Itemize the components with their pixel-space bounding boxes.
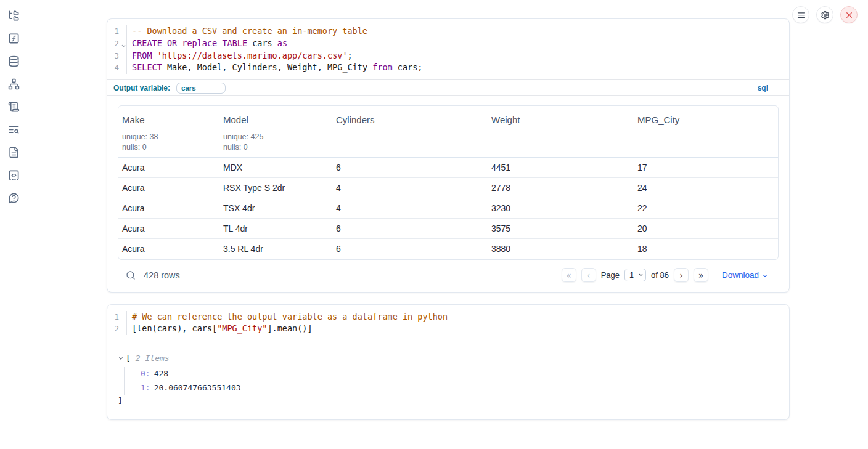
table-cell: 4 (332, 178, 488, 198)
column-stat: unique: 38 (122, 132, 216, 142)
database-icon[interactable] (7, 55, 20, 67)
first-page-button[interactable]: « (562, 268, 576, 282)
settings-button[interactable] (816, 6, 833, 23)
topbar-controls (792, 6, 858, 23)
line-number: 3 (107, 50, 126, 62)
python-cell: 12# We can reference the output variable… (107, 304, 790, 421)
page-select[interactable]: 1 (624, 269, 646, 281)
table-cell: 18 (634, 239, 778, 259)
code-token (162, 38, 167, 48)
table-cell: RSX Type S 2dr (219, 178, 332, 198)
table-cell: 3230 (488, 198, 634, 219)
table-row: AcuraTSX 4dr4323022 (118, 198, 778, 219)
dependency-graph-icon[interactable] (7, 78, 20, 90)
column-name: MPG_City (637, 115, 774, 125)
language-badge: sql (758, 84, 768, 92)
fold-chevron-icon[interactable] (120, 40, 126, 46)
chevron-down-icon (762, 273, 768, 279)
tree-entry-value: 20.060747663551403 (154, 383, 241, 392)
table-cell: Acura (118, 239, 219, 259)
sql-code-editor[interactable]: 1234-- Download a CSV and create an in-m… (107, 19, 789, 79)
table-row: AcuraMDX6445117 (118, 158, 778, 178)
column-stat: nulls: 0 (223, 142, 329, 153)
table-cell: 20 (634, 219, 778, 239)
code-token: [len(cars), cars[ (132, 323, 217, 333)
table-cell: 6 (332, 158, 488, 178)
column-name: Model (223, 115, 329, 125)
table-row: AcuraTL 4dr6357520 (118, 219, 778, 239)
menu-button[interactable] (792, 6, 809, 23)
column-header-make[interactable]: Makeunique: 38nulls: 0 (118, 106, 219, 158)
table-cell: 6 (332, 239, 488, 259)
table-cell: 24 (634, 178, 778, 198)
code-token: from (372, 62, 393, 72)
next-page-button[interactable]: › (674, 268, 689, 282)
tree-entries: 0:4281:20.060747663551403 (124, 367, 779, 395)
function-square-icon[interactable] (7, 32, 20, 44)
code-token: ; (348, 51, 353, 60)
prev-page-button[interactable]: ‹ (581, 268, 596, 282)
output-variable-label: Output variable: (113, 84, 170, 92)
table-cell: 3880 (488, 239, 634, 259)
output-variable-input[interactable] (176, 83, 226, 94)
notebook: 1234-- Download a CSV and create an in-m… (107, 18, 790, 420)
python-code-editor[interactable]: 12# We can reference the output variable… (107, 305, 789, 341)
table-cell: 6 (332, 219, 488, 239)
code-line: [len(cars), cars["MPG_City"].mean()] (132, 323, 789, 335)
table-cell: 22 (634, 198, 778, 219)
table-cell: 4 (332, 198, 488, 219)
table-cell: 17 (634, 158, 778, 178)
code-line: -- Download a CSV and create an in-memor… (132, 25, 789, 38)
code-line: # We can reference the output variable a… (132, 311, 789, 323)
table-cell: TSX 4dr (219, 198, 332, 219)
code-token: CREATE (132, 38, 162, 48)
table-cell: Acura (118, 219, 219, 239)
last-page-button[interactable]: » (694, 268, 708, 282)
code-token: -- Download a CSV and create an in-memor… (132, 26, 367, 36)
shutdown-button[interactable] (840, 6, 858, 23)
documentation-icon[interactable] (7, 146, 20, 158)
line-number: 2 (107, 323, 126, 335)
column-stat: unique: 425 (223, 132, 329, 142)
scratchpad-icon[interactable] (7, 100, 20, 113)
code-token: OR (167, 38, 177, 48)
column-header-model[interactable]: Modelunique: 425nulls: 0 (219, 106, 332, 158)
table-cell: 3575 (488, 219, 634, 239)
help-icon[interactable] (7, 192, 20, 204)
gear-icon (821, 10, 830, 20)
column-header-mpg_city[interactable]: MPG_City (634, 106, 778, 158)
table-cell: TL 4dr (219, 219, 332, 239)
table-output: Makeunique: 38nulls: 0Modelunique: 425nu… (107, 96, 789, 292)
code-lines[interactable]: # We can reference the output variable a… (127, 311, 789, 336)
list-output: [ 2 Items 0:4281:20.060747663551403 ] (107, 341, 789, 419)
code-token: # We can reference the output variable a… (132, 312, 448, 322)
code-token: SELECT (132, 62, 162, 72)
logs-icon[interactable] (7, 123, 20, 136)
search-icon[interactable] (123, 268, 138, 283)
table-cell: Acura (118, 198, 219, 219)
page-label: Page (601, 270, 620, 280)
column-header-weight[interactable]: Weight (488, 106, 634, 158)
download-button[interactable]: Download (722, 270, 768, 280)
code-line: CREATE OR replace TABLE cars as (132, 38, 789, 50)
table-cell: Acura (118, 158, 219, 178)
output-variable-bar: Output variable: sql (107, 79, 789, 96)
code-line: FROM 'https://datasets.marimo.app/cars.c… (132, 50, 789, 62)
code-token: cars (247, 38, 277, 48)
table-cell: 2778 (488, 178, 634, 198)
code-token: FROM (132, 51, 152, 60)
table-cell: 3.5 RL 4dr (219, 239, 332, 259)
code-token: cars; (393, 62, 423, 72)
column-header-cylinders[interactable]: Cylinders (332, 106, 488, 158)
collapse-chevron-icon[interactable] (118, 355, 124, 362)
column-name: Cylinders (336, 115, 484, 125)
code-lines[interactable]: -- Download a CSV and create an in-memor… (127, 25, 789, 74)
pagination: « ‹ Page 1 of 86 › » Download (562, 268, 768, 282)
column-stats: unique: 38nulls: 0 (122, 132, 216, 152)
column-name: Make (122, 115, 216, 125)
file-tree-icon[interactable] (7, 9, 20, 22)
snippets-icon[interactable] (7, 169, 20, 181)
code-line: SELECT Make, Model, Cylinders, Weight, M… (132, 62, 789, 74)
close-bracket: ] (118, 395, 779, 407)
code-token: replace (182, 38, 217, 48)
